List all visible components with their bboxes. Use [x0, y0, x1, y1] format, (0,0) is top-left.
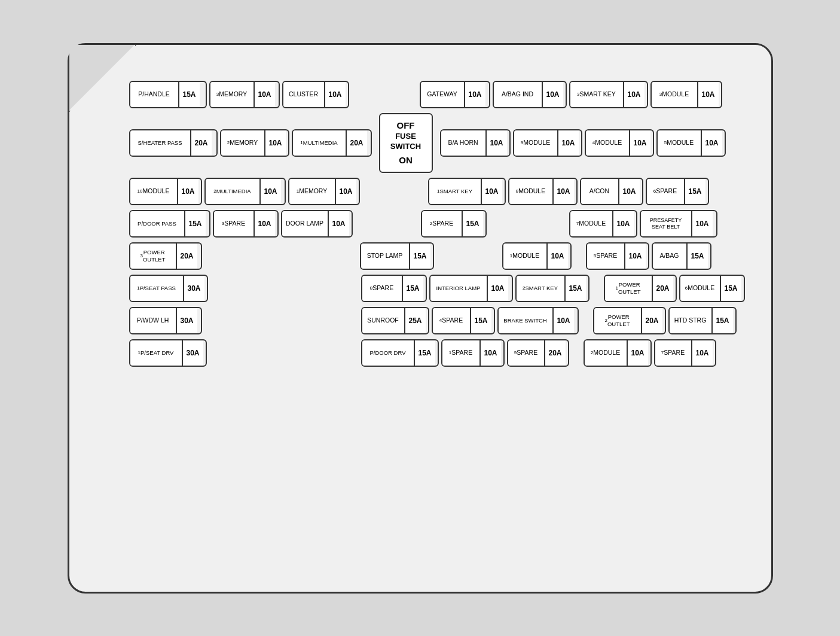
- fuse-8spare: 8 SPARE 15A: [361, 275, 427, 302]
- fuse-1pseat-pass: 1P/SEAT PASS 30A: [129, 275, 208, 302]
- fuse-row-1: P/HANDLE 15A 3MEMORY 10A CLUSTER 10A GAT…: [129, 81, 753, 108]
- fuse-row-2: S/HEATER PASS 20A 2MEMORY 10A 1 MULTIMED…: [129, 113, 753, 173]
- fuse-interior-lamp: INTERIOR LAMP 10A: [429, 275, 513, 302]
- fuse-abag: A/BAG 15A: [652, 242, 711, 270]
- fuse-row-4: P/DOOR PASS 15A 3 SPARE 10A DOOR LAMP 10…: [129, 210, 753, 238]
- fuse-3smart-key: 3SMART KEY 10A: [569, 81, 648, 108]
- fuse-1spare: 1 SPARE 10A: [441, 339, 505, 367]
- fuse-2power-outlet: 2 POWEROUTLET 20A: [593, 307, 666, 334]
- fuse-1memory: 1MEMORY 10A: [288, 178, 360, 205]
- fuse-row-6: 1P/SEAT PASS 30A 8 SPARE 15A INTERIOR LA…: [129, 275, 753, 302]
- fuse-2spare: 2 SPARE 15A: [421, 210, 487, 238]
- fuse-1smart-key: 1SMART KEY 10A: [428, 178, 506, 205]
- fuse-door-lamp: DOOR LAMP 10A: [281, 210, 353, 238]
- fuse-9spare: 9 SPARE 20A: [507, 339, 569, 367]
- fuse-pwdw-lh: P/WDW LH 30A: [129, 307, 202, 334]
- fuse-phandle: P/HANDLE 15A: [129, 81, 207, 108]
- fuse-2memory: 2MEMORY 10A: [220, 129, 289, 157]
- fuse-ba-horn: B/A HORN 10A: [440, 129, 511, 157]
- fuse-4spare: 4 SPARE 15A: [432, 307, 495, 334]
- fuse-7spare: 7SPARE 10A: [654, 339, 716, 367]
- fuse-box: P/HANDLE 15A 3MEMORY 10A CLUSTER 10A GAT…: [68, 43, 773, 594]
- fuse-6module: 6 MODULE 15A: [679, 275, 745, 302]
- fuse-abag-ind: A/BAG IND 10A: [493, 81, 567, 108]
- fuse-10module: 10MODULE 10A: [129, 178, 202, 205]
- fuse-9module: 9 MODULE 10A: [513, 129, 582, 157]
- fuse-htd-strg: HTD STRG 15A: [668, 307, 737, 334]
- fuse-3power-outlet: 3 POWEROUTLET 20A: [129, 242, 202, 270]
- fuse-7module: 7MODULE 10A: [569, 210, 637, 238]
- fuse-pdoor-pass: P/DOOR PASS 15A: [129, 210, 210, 238]
- fuse-row-8: 1P/SEAT DRV 30A P/DOOR DRV 15A 1 SPARE 1…: [129, 339, 753, 367]
- fuse-presafety: PRESAFETYSEAT BELT 10A: [640, 210, 717, 238]
- fuse-row-7: P/WDW LH 30A SUNROOF 25A 4 SPARE 15A BRA…: [129, 307, 753, 334]
- fuse-2module: 2 MODULE 10A: [584, 339, 652, 367]
- fuse-5spare: 5 SPARE 10A: [586, 242, 649, 270]
- fuse-sheater-pass: S/HEATER PASS 20A: [129, 129, 218, 157]
- fuse-1pseat-drv: 1P/SEAT DRV 30A: [129, 339, 207, 367]
- fuse-brake-switch: BRAKE SWITCH 10A: [497, 307, 579, 334]
- fuse-gateway: GATEWAY 10A: [420, 81, 490, 108]
- fuse-row-3: 10MODULE 10A 2MULTIMEDIA 10A 1MEMORY 10A…: [129, 178, 753, 205]
- fuse-2smart-key: 2SMART KEY 15A: [515, 275, 589, 302]
- fuse-1power-outlet: 1 POWEROUTLET 20A: [604, 275, 677, 302]
- switch-column: OFF FUSESWITCH ON: [379, 113, 433, 173]
- fuse-switch-off: OFF FUSESWITCH ON: [379, 113, 433, 173]
- fuse-3memory-r1: 3MEMORY 10A: [209, 81, 280, 108]
- fuse-row-5: 3 POWEROUTLET 20A STOP LAMP 15A 1 MODULE…: [129, 242, 753, 270]
- fuse-acon: A/CON 10A: [580, 178, 643, 205]
- fuse-sunroof: SUNROOF 25A: [361, 307, 429, 334]
- fuse-3spare: 3 SPARE 10A: [213, 210, 279, 238]
- fuse-cluster: CLUSTER 10A: [282, 81, 349, 108]
- fuse-5module: 5 MODULE 10A: [656, 129, 726, 157]
- fuse-content: P/HANDLE 15A 3MEMORY 10A CLUSTER 10A GAT…: [87, 81, 753, 367]
- fuse-6spare: 6 SPARE 15A: [646, 178, 709, 205]
- fuse-2multimedia: 2MULTIMEDIA 10A: [204, 178, 286, 205]
- fuse-1module: 1 MODULE 10A: [502, 242, 572, 270]
- fuse-3module: 3 MODULE 10A: [650, 81, 722, 108]
- fuse-4module: 4 MODULE 10A: [585, 129, 654, 157]
- fuse-pdoor-drv: P/DOOR DRV 15A: [361, 339, 439, 367]
- fuse-8module: 8 MODULE 10A: [508, 178, 578, 205]
- fuse-1multimedia: 1 MULTIMEDIA 20A: [292, 129, 372, 157]
- fuse-stop-lamp: STOP LAMP 15A: [360, 242, 434, 270]
